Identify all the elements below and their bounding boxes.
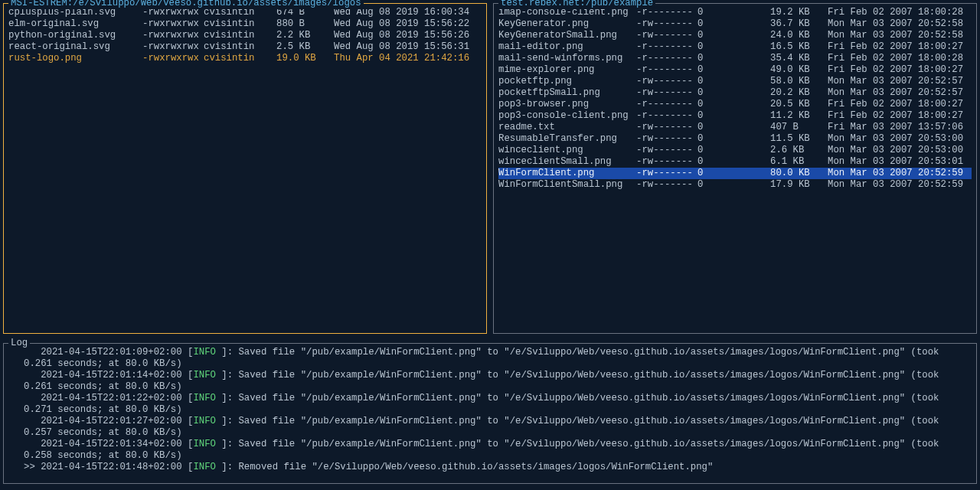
file-perm: -rw------- [636,122,697,133]
file-perm: -rw------- [636,76,697,87]
file-row[interactable]: winceclient.png -rw------- 0 2.6 KB Mon … [498,145,972,156]
file-perm: -rw------- [636,179,697,191]
file-size: 407 B [770,122,828,133]
file-row[interactable]: WinFormClient.png -rw------- 0 80.0 KB M… [498,168,972,179]
file-date: Mon Mar 03 2007 20:53:00 [828,145,972,156]
file-row[interactable]: python-original.svg -rwxrwxrwx cvisintin… [8,30,482,41]
file-date: Fri Feb 02 2007 18:00:27 [828,64,972,76]
file-row[interactable]: pop3-console-client.png -r-------- 0 11.… [498,110,972,122]
file-date: Fri Mar 03 2007 13:57:06 [828,122,972,133]
file-row[interactable]: mime-explorer.png -r-------- 0 49.0 KB F… [498,64,972,76]
file-owner: cvisintin [204,41,276,53]
log-timestamp: 2021-04-15T22:01:34+02:00 [41,439,181,449]
file-size: 80.0 KB [770,168,828,179]
file-perm: -r-------- [636,110,697,122]
log-timestamp: 2021-04-15T22:01:22+02:00 [41,393,181,403]
file-size: 880 B [276,18,334,30]
log-line: 2021-04-15T22:01:22+02:00 [INFO ]: Saved… [8,393,972,416]
file-perm: -r-------- [636,64,697,76]
file-row[interactable]: mail-send-winforms.png -r-------- 0 35.4… [498,53,972,64]
file-date: Mon Mar 03 2007 20:52:59 [828,168,972,179]
file-perm: -rw------- [636,145,697,156]
file-date: Mon Mar 03 2007 20:52:57 [828,76,972,87]
file-date: Wed Aug 08 2019 15:56:26 [334,30,482,41]
file-owner: 0 [697,179,770,191]
file-row[interactable]: KeyGeneratorSmall.png -rw------- 0 24.0 … [498,30,972,41]
file-owner: 0 [697,133,770,145]
file-name: winceclient.png [498,145,636,156]
file-size: 24.0 KB [770,30,828,41]
file-perm: -rw------- [636,18,697,30]
log-level: INFO [193,347,216,358]
file-size: 19.0 KB [276,53,334,64]
log-line: 2021-04-15T22:01:27+02:00 [INFO ]: Saved… [8,416,972,439]
log-panel-title: Log [8,338,30,349]
log-timestamp: 2021-04-15T22:01:14+02:00 [41,370,181,381]
file-date: Fri Feb 02 2007 18:00:27 [828,110,972,122]
file-row[interactable]: pop3-browser.png -r-------- 0 20.5 KB Fr… [498,99,972,110]
file-row[interactable]: winceclientSmall.png -rw------- 0 6.1 KB… [498,156,972,168]
file-row[interactable]: WinFormClientSmall.png -rw------- 0 17.9… [498,179,972,191]
file-row[interactable]: elm-original.svg -rwxrwxrwx cvisintin 88… [8,18,482,30]
file-owner: cvisintin [204,18,276,30]
log-timestamp: 2021-04-15T22:01:09+02:00 [41,347,181,358]
file-owner: 0 [697,53,770,64]
file-date: Fri Feb 02 2007 18:00:27 [828,41,972,53]
log-level: INFO [193,370,216,381]
file-date: Mon Mar 03 2007 20:52:58 [828,30,972,41]
file-size: 35.4 KB [770,53,828,64]
file-row[interactable]: react-original.svg -rwxrwxrwx cvisintin … [8,41,482,53]
file-owner: 0 [697,76,770,87]
file-perm: -rwxrwxrwx [142,18,204,30]
file-size: 36.7 KB [770,18,828,30]
file-name: WinFormClient.png [498,168,636,179]
file-owner: 0 [697,7,770,18]
file-size: 11.2 KB [770,110,828,122]
log-timestamp: 2021-04-15T22:01:48+02:00 [41,462,181,472]
file-size: 49.0 KB [770,64,828,76]
file-owner: 0 [697,41,770,53]
file-name: winceclientSmall.png [498,156,636,168]
file-size: 20.5 KB [770,99,828,110]
file-owner: 0 [697,18,770,30]
file-date: Thu Apr 04 2021 21:42:16 [334,53,482,64]
file-row[interactable]: pocketftpSmall.png -rw------- 0 20.2 KB … [498,87,972,99]
file-size: 20.2 KB [770,87,828,99]
log-level: INFO [193,393,216,403]
file-owner: 0 [697,156,770,168]
log-line: >> 2021-04-15T22:01:48+02:00 [INFO ]: Re… [8,462,972,473]
file-row[interactable]: mail-editor.png -r-------- 0 16.5 KB Fri… [498,41,972,53]
remote-panel-title: test.rebex.net:/pub/example [498,0,655,9]
file-size: 16.5 KB [770,41,828,53]
file-name: react-original.svg [8,41,142,53]
file-size: 17.9 KB [770,179,828,191]
file-row[interactable]: rust-logo.png -rwxrwxrwx cvisintin 19.0 … [8,53,482,64]
file-perm: -r-------- [636,99,697,110]
file-name: ResumableTransfer.png [498,133,636,145]
file-size: 19.2 KB [770,7,828,18]
file-name: readme.txt [498,122,636,133]
log-message: Removed file "/e/Sviluppo/Web/veeso.gith… [238,462,713,472]
file-name: mail-send-winforms.png [498,53,636,64]
file-date: Fri Feb 02 2007 18:00:27 [828,99,972,110]
log-line: 2021-04-15T22:01:09+02:00 [INFO ]: Saved… [8,347,972,370]
file-name: pop3-browser.png [498,99,636,110]
file-owner: 0 [697,145,770,156]
file-perm: -rwxrwxrwx [142,41,204,53]
file-owner: cvisintin [204,53,276,64]
file-perm: -rw------- [636,133,697,145]
file-size: 11.5 KB [770,133,828,145]
log-panel[interactable]: Log 2021-04-15T22:01:09+02:00 [INFO ]: S… [3,343,977,484]
file-row[interactable]: KeyGenerator.png -rw------- 0 36.7 KB Mo… [498,18,972,30]
file-name: python-original.svg [8,30,142,41]
file-row[interactable]: ResumableTransfer.png -rw------- 0 11.5 … [498,133,972,145]
file-row[interactable]: pocketftp.png -rw------- 0 58.0 KB Mon M… [498,76,972,87]
remote-panel[interactable]: test.rebex.net:/pub/example imap-console… [493,3,977,334]
file-owner: 0 [697,110,770,122]
file-row[interactable]: readme.txt -rw------- 0 407 B Fri Mar 03… [498,122,972,133]
file-owner: 0 [697,30,770,41]
file-owner: 0 [697,99,770,110]
local-panel[interactable]: MSI-ESTREM:/e/Sviluppo/Web/veeso.github.… [3,3,487,334]
file-date: Fri Feb 02 2007 18:00:28 [828,7,972,18]
file-perm: -rw------- [636,87,697,99]
